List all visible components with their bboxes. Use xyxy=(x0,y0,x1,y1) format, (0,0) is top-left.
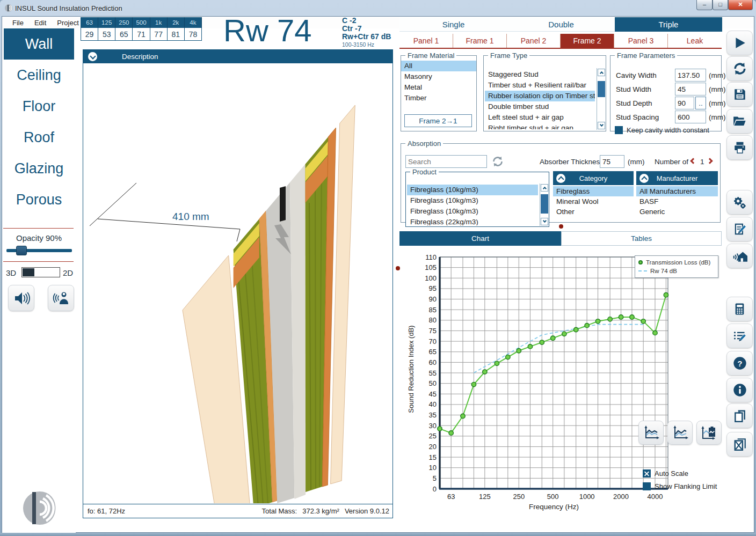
chevron-up-icon[interactable] xyxy=(556,174,565,183)
sidebar-item-glazing[interactable]: Glazing xyxy=(4,153,74,184)
print-button[interactable] xyxy=(726,135,753,160)
auto-scale-checkbox[interactable] xyxy=(643,469,651,478)
scroll-down-icon[interactable] xyxy=(598,122,605,129)
edit-report-button[interactable] xyxy=(726,217,753,241)
frame-material-option[interactable]: Metal xyxy=(401,82,476,93)
frame-material-option[interactable]: Masonry xyxy=(401,71,476,82)
scroll-up-icon[interactable] xyxy=(541,184,548,192)
wall-3d-drawing[interactable]: 410 mm xyxy=(83,63,392,503)
tab-leak[interactable]: Leak xyxy=(668,34,722,48)
description-bar[interactable]: Description xyxy=(83,50,392,63)
auto-scale-option[interactable]: Auto Scale xyxy=(643,469,688,478)
refresh-search-icon[interactable] xyxy=(491,155,504,168)
opacity-slider-handle[interactable] xyxy=(16,246,27,255)
category-option[interactable]: Mineral Wool xyxy=(553,196,634,207)
svg-text:80: 80 xyxy=(429,316,437,324)
show-flanking-checkbox[interactable] xyxy=(643,482,651,490)
category-option[interactable]: Other xyxy=(553,207,634,217)
settings-button[interactable] xyxy=(726,190,753,215)
opacity-slider[interactable] xyxy=(6,246,72,255)
play-sound-button[interactable] xyxy=(8,285,34,311)
listen-sound-button[interactable] xyxy=(48,285,74,311)
manufacturer-option[interactable]: Generic xyxy=(636,207,718,217)
minimize-button[interactable]: – xyxy=(696,0,713,10)
tab-double[interactable]: Double xyxy=(507,17,615,32)
tab-frame-1[interactable]: Frame 1 xyxy=(453,34,507,48)
frame-transfer-button[interactable]: Frame 2→1 xyxy=(404,114,472,127)
recalculate-button[interactable] xyxy=(726,56,753,81)
frame-type-option[interactable]: Timber stud + Resilient rail/bar xyxy=(485,80,595,91)
search-input[interactable] xyxy=(405,155,487,168)
sidebar-item-ceiling[interactable]: Ceiling xyxy=(4,60,74,91)
product-scrollbar[interactable] xyxy=(540,183,549,226)
info-button[interactable] xyxy=(726,378,753,402)
menu-file[interactable]: File xyxy=(8,18,28,28)
scroll-down-icon[interactable] xyxy=(541,218,548,225)
menu-edit[interactable]: Edit xyxy=(30,18,51,28)
category-option[interactable]: Fibreglass xyxy=(553,186,634,196)
frame-type-option[interactable]: Rubber isolation clip on Timber stud xyxy=(485,91,595,101)
product-option[interactable]: Fibreglass (22kg/m3) xyxy=(407,217,538,225)
frame-type-option[interactable]: Right timber stud + air gap xyxy=(485,123,595,129)
copy-chart-button[interactable] xyxy=(696,421,722,445)
stud-spacing-input[interactable] xyxy=(675,111,706,123)
frame-type-option[interactable]: Double timber stud xyxy=(485,101,595,112)
overlay-curve-button[interactable] xyxy=(638,421,664,445)
product-option[interactable]: Fibreglass (10kg/m3) xyxy=(407,195,538,206)
tab-single[interactable]: Single xyxy=(399,17,507,32)
sidebar-item-roof[interactable]: Roof xyxy=(4,122,74,153)
manufacturer-header[interactable]: Manufacturer xyxy=(636,171,718,185)
cavity-width-input[interactable] xyxy=(675,69,706,82)
tab-panel-2[interactable]: Panel 2 xyxy=(507,34,561,48)
maximize-button[interactable]: □ xyxy=(713,0,728,10)
manufacturer-option[interactable]: BASF xyxy=(636,196,718,207)
frame-material-option[interactable]: All xyxy=(401,61,476,71)
close-button[interactable]: ✕ xyxy=(728,0,753,10)
help-button[interactable]: ? xyxy=(726,351,753,376)
frame-type-option[interactable]: Staggered Stud xyxy=(485,69,595,80)
tab-panel-3[interactable]: Panel 3 xyxy=(614,34,668,48)
chevron-down-icon[interactable] xyxy=(88,52,97,61)
frame-type-option[interactable]: Left steel stud + air gap xyxy=(485,112,595,123)
edit-list-button[interactable] xyxy=(726,324,753,348)
speaker-icon xyxy=(12,289,31,307)
frame-type-scrollbar[interactable] xyxy=(597,68,606,130)
menu-project[interactable]: Project xyxy=(52,18,83,28)
tab-tables[interactable]: Tables xyxy=(561,231,722,246)
overlay-reference-button[interactable] xyxy=(667,421,693,445)
product-option[interactable]: Fibreglass (10kg/m3) xyxy=(407,185,538,195)
flanking-sound-button[interactable] xyxy=(726,244,753,268)
stud-depth-input[interactable] xyxy=(675,97,694,109)
absorber-thickness-input[interactable] xyxy=(600,155,624,168)
sidebar-item-wall[interactable]: Wall xyxy=(4,28,74,60)
tab-triple[interactable]: Triple xyxy=(615,17,722,32)
tab-chart[interactable]: Chart xyxy=(399,231,561,246)
stud-width-input[interactable] xyxy=(675,83,706,96)
scroll-up-icon[interactable] xyxy=(598,69,605,76)
tab-panel-1[interactable]: Panel 1 xyxy=(399,34,453,48)
manufacturer-option[interactable]: All Manufacturers xyxy=(636,186,718,196)
scrollbar-thumb[interactable] xyxy=(598,81,605,97)
decrease-number-icon[interactable] xyxy=(690,158,696,164)
mode-toggle-track[interactable] xyxy=(21,267,60,277)
delete-button[interactable] xyxy=(726,432,753,457)
sidebar-item-floor[interactable]: Floor xyxy=(4,91,74,122)
calculator-button[interactable] xyxy=(726,297,753,321)
chevron-up-icon[interactable] xyxy=(639,174,649,183)
category-header[interactable]: Category xyxy=(553,171,634,185)
copy-button[interactable] xyxy=(726,403,753,428)
keep-cavity-checkbox[interactable] xyxy=(615,126,623,134)
scrollbar-thumb[interactable] xyxy=(541,194,548,214)
open-button[interactable] xyxy=(726,109,753,134)
increase-number-icon[interactable] xyxy=(707,158,713,164)
frame-material-option[interactable]: Timber xyxy=(401,93,476,104)
tab-frame-2[interactable]: Frame 2 xyxy=(561,34,614,48)
svg-text:1000: 1000 xyxy=(579,493,595,501)
run-button[interactable] xyxy=(726,31,753,55)
stud-depth-more-button[interactable]: .. xyxy=(695,97,706,109)
sidebar-item-porous[interactable]: Porous xyxy=(4,184,74,215)
save-button[interactable] xyxy=(726,82,753,107)
product-option[interactable]: Fibreglass (10kg/m3) xyxy=(407,206,538,217)
show-flanking-option[interactable]: Show Flanking Limit xyxy=(643,482,717,490)
mode-toggle-handle[interactable] xyxy=(23,268,34,276)
